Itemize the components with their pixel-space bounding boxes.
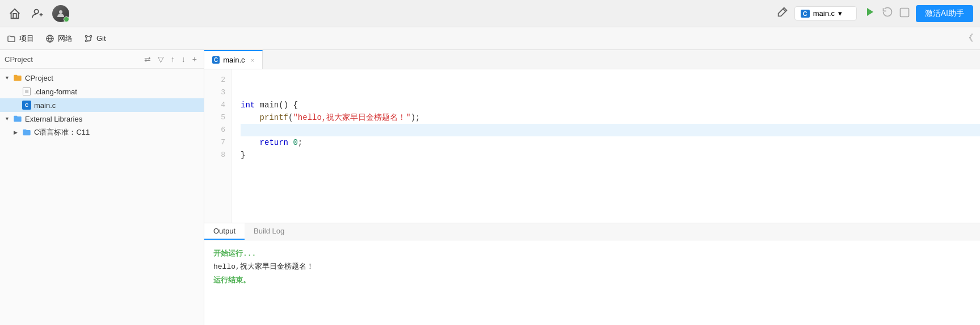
nav-item-git[interactable]: Git: [84, 34, 106, 43]
tree-label-clang-format: .clang-format: [34, 88, 77, 96]
folder-yellow-icon: [12, 73, 23, 83]
tree-label-cproject: CProject: [25, 74, 53, 82]
nav-label-git: Git: [96, 34, 106, 43]
file-selector-label: main.c: [813, 9, 835, 18]
line-number-4: 4: [204, 99, 225, 111]
file-selector-dropdown[interactable]: C main.c ▾: [794, 6, 857, 20]
topbar-left: [7, 5, 69, 22]
tree-item-external-libraries[interactable]: ▼ External Libraries: [0, 112, 204, 126]
tab-c-badge: C: [212, 56, 220, 64]
activate-ai-button[interactable]: 激活AI助手: [916, 5, 973, 22]
avatar[interactable]: [52, 5, 69, 22]
code-line-4: int main() {: [241, 99, 980, 111]
folder-icon: [7, 34, 16, 43]
bottom-output-content[interactable]: 开始运行... hello,祝大家早日金榜题名！ 运行结束。: [204, 240, 980, 325]
c-file-icon: C: [22, 100, 32, 110]
file-tree: ▼ CProject ▤ .clang-format C: [0, 69, 204, 325]
chevron-down-icon: ▼: [5, 116, 12, 122]
tab-output[interactable]: Output: [204, 223, 245, 240]
tab-bar: C main.c ×: [204, 50, 980, 69]
generic-file-icon: ▤: [22, 86, 32, 97]
svg-point-9: [85, 40, 87, 41]
sidebar-actions: ⇄ ▽ ↑ ↓ +: [142, 53, 199, 65]
folder-blue-icon: [12, 114, 23, 124]
chevron-down-icon: ▾: [838, 9, 842, 18]
build-icon[interactable]: [776, 6, 789, 21]
nav-label-project: 项目: [19, 34, 34, 44]
add-user-button[interactable]: [30, 6, 45, 22]
home-button[interactable]: [7, 6, 23, 22]
secondary-nav: 项目 网络 Git 《: [0, 27, 980, 50]
tab-main-c[interactable]: C main.c ×: [204, 50, 263, 69]
tab-label-main-c: main.c: [223, 56, 245, 64]
line-number-2: 2: [204, 74, 225, 86]
main-layout: CProject ⇄ ▽ ↑ ↓ + ▼ CProject: [0, 50, 980, 325]
line-number-7: 7: [204, 136, 225, 149]
code-line-2: [241, 74, 980, 86]
line-number-3: 3: [204, 86, 225, 99]
sidebar-collapse-button[interactable]: 《: [964, 32, 973, 44]
svg-marker-4: [867, 8, 873, 16]
chevron-down-icon: ▼: [5, 75, 12, 81]
code-line-6: [241, 124, 980, 136]
nav-item-network[interactable]: 网络: [45, 34, 73, 44]
code-line-5: printf("hello,祝大家早日金榜题名！");: [241, 111, 980, 124]
download-button[interactable]: ↓: [179, 53, 188, 65]
svg-point-7: [85, 35, 87, 37]
tree-label-c11: C语言标准：C11: [34, 127, 90, 138]
code-line-7: return 0;: [241, 136, 980, 149]
topbar: C main.c ▾ 激活AI助手: [0, 0, 980, 27]
svg-point-0: [35, 9, 39, 13]
tab-build-log[interactable]: Build Log: [245, 223, 293, 240]
upload-button[interactable]: ↑: [169, 53, 177, 65]
output-normal-text: hello,祝大家早日金榜题名！: [213, 260, 971, 273]
c-badge: C: [801, 10, 810, 18]
add-file-button[interactable]: +: [190, 53, 199, 65]
tree-item-cproject-root[interactable]: ▼ CProject: [0, 71, 204, 85]
nav-label-network: 网络: [58, 34, 73, 44]
tree-label-external-libraries: External Libraries: [25, 115, 82, 123]
sort-button[interactable]: ▽: [155, 53, 166, 65]
sidebar-title: CProject: [5, 55, 138, 64]
output-start-text: 开始运行...: [213, 247, 971, 260]
tree-label-main-c: main.c: [34, 101, 56, 110]
refresh-icon[interactable]: [882, 6, 893, 20]
stop-icon[interactable]: [899, 7, 910, 20]
line-number-5: 5: [204, 111, 225, 124]
folder-blue-small-icon: [22, 127, 32, 138]
code-content[interactable]: int main() { printf("hello,祝大家早日金榜题名！");…: [232, 69, 980, 223]
topbar-right: C main.c ▾ 激活AI助手: [776, 5, 973, 22]
code-line-3: [241, 86, 980, 99]
line-number-6: 6: [204, 124, 225, 136]
bottom-panel: Output Build Log 开始运行... hello,祝大家早日金榜题名…: [204, 223, 980, 325]
editor-area: C main.c × 2 3 4 5 6 7 8 int main() { pr…: [204, 50, 980, 325]
tree-item-clang-format[interactable]: ▤ .clang-format: [0, 85, 204, 98]
nav-item-project[interactable]: 项目: [7, 34, 34, 44]
code-editor[interactable]: 2 3 4 5 6 7 8 int main() { printf("hello…: [204, 69, 980, 223]
git-icon: [84, 34, 93, 43]
output-end-text: 运行结束。: [213, 274, 250, 287]
bottom-tab-bar: Output Build Log: [204, 223, 980, 240]
svg-rect-5: [900, 8, 909, 16]
tree-item-main-c[interactable]: C main.c: [0, 98, 204, 112]
tab-close-button[interactable]: ×: [251, 57, 254, 64]
expand-collapse-button[interactable]: ⇄: [142, 53, 153, 65]
run-button[interactable]: [863, 5, 876, 22]
chevron-right-icon: ▶: [14, 130, 22, 135]
line-numbers: 2 3 4 5 6 7 8: [204, 69, 232, 223]
code-line-8: }: [241, 149, 980, 161]
sidebar: CProject ⇄ ▽ ↑ ↓ + ▼ CProject: [0, 50, 204, 325]
globe-icon: [45, 34, 54, 43]
tree-item-c11[interactable]: ▶ C语言标准：C11: [0, 126, 204, 139]
line-number-8: 8: [204, 149, 225, 161]
sidebar-header: CProject ⇄ ▽ ↑ ↓ +: [0, 50, 204, 69]
svg-point-8: [90, 35, 91, 37]
svg-point-3: [59, 10, 62, 14]
